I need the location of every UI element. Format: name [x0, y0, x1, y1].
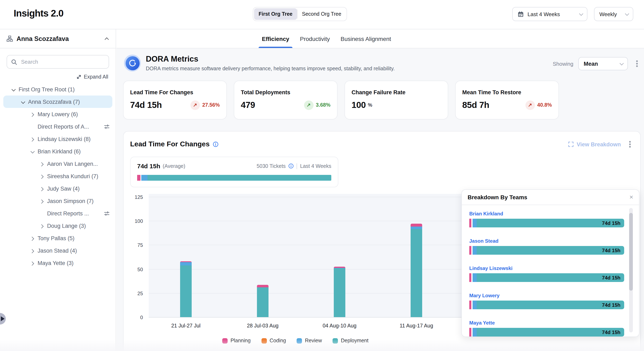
chevron-right-icon[interactable]: [29, 260, 34, 265]
stacked-bar[interactable]: [410, 224, 422, 317]
close-icon[interactable]: ×: [629, 194, 633, 200]
expand-all-label: Expand All: [84, 74, 108, 80]
dora-cycle-icon: [124, 55, 141, 72]
legend-item[interactable]: Deployment: [333, 338, 368, 343]
trend-up-arrow-icon: ↗: [190, 100, 200, 110]
team-link[interactable]: Lindsay Liszewski: [469, 265, 624, 271]
scrollbar-thumb[interactable]: [629, 213, 633, 291]
metric-value: 85d 7h: [462, 100, 489, 110]
chevron-down-icon[interactable]: [20, 99, 25, 104]
chevron-down-icon[interactable]: [29, 149, 34, 154]
bar-segment-review: [180, 262, 192, 266]
tree-item[interactable]: Direct Reports of A...: [3, 120, 112, 133]
tree-item[interactable]: Aaron Van Langen...: [3, 158, 112, 170]
expand-diagonal-icon: [76, 74, 82, 79]
legend-item[interactable]: Planning: [222, 338, 250, 343]
bar-segment-deployment: [410, 229, 422, 317]
team-link[interactable]: Jason Stead: [469, 238, 624, 244]
view-breakdown-label: View Breakdown: [577, 141, 621, 147]
search-input[interactable]: [20, 58, 104, 65]
average-value: 74d 15h: [137, 162, 160, 170]
metric-unit: %: [368, 102, 372, 108]
chevron-right-icon[interactable]: [29, 112, 34, 117]
stacked-bar[interactable]: [257, 285, 268, 317]
team-link[interactable]: Maya Yette: [469, 320, 624, 326]
bar-segment-review: [472, 219, 477, 227]
granularity-select[interactable]: Weekly: [594, 7, 633, 21]
tree-item[interactable]: Brian Kirkland (6): [3, 145, 112, 158]
date-range-select[interactable]: Last 4 Weeks: [512, 7, 588, 21]
tree-item-label: Lindsay Liszewski (8): [38, 136, 91, 142]
lead-time-menu-button[interactable]: [626, 138, 634, 151]
chevron-down-icon: [620, 61, 624, 65]
stacked-bar[interactable]: [180, 261, 192, 317]
tab-productivity[interactable]: Productivity: [300, 29, 330, 48]
team-link[interactable]: Mary Lowery: [469, 293, 624, 298]
tree-item[interactable]: Jason Simpson (7): [3, 195, 112, 207]
team-value: 74d 15h: [602, 302, 620, 308]
toggle-option[interactable]: Second Org Tree: [298, 8, 346, 20]
chevron-right-icon[interactable]: [29, 248, 34, 253]
tree-item[interactable]: Direct Reports ...: [3, 207, 112, 219]
tree-item[interactable]: Tony Pallas (5): [3, 232, 112, 244]
y-axis-tick: 125: [135, 194, 143, 200]
tree-item[interactable]: Anna Scozzafava (7): [3, 96, 112, 108]
panel-scrollbar[interactable]: [629, 208, 633, 332]
collapse-sidebar-icon[interactable]: [105, 38, 109, 42]
metric-title: Total Deployments: [241, 89, 330, 96]
legend-item[interactable]: Coding: [261, 338, 286, 343]
expand-all-button[interactable]: Expand All: [8, 74, 108, 80]
filter-sliders-icon[interactable]: [104, 124, 110, 129]
dora-menu-button[interactable]: [633, 57, 641, 70]
tree-item[interactable]: Maya Yette (3): [3, 257, 112, 269]
team-link[interactable]: Brian Kirkland: [469, 211, 624, 217]
metric-value: 100: [352, 100, 366, 110]
tree-item[interactable]: Doug Lange (3): [3, 219, 112, 232]
chevron-right-icon[interactable]: [29, 136, 34, 141]
bar-segment-deployment: 74d 15h: [477, 300, 624, 309]
bar-segment-deployment: [180, 266, 192, 317]
team-phase-bar[interactable]: 74d 15h: [469, 328, 624, 336]
view-breakdown-button[interactable]: View Breakdown: [568, 141, 621, 147]
metric-card: Lead Time For Changes74d 15h↗27.56%: [123, 81, 227, 120]
team-phase-bar[interactable]: 74d 15h: [469, 300, 624, 309]
tree-item[interactable]: Mary Lowery (6): [3, 108, 112, 120]
tickets-count: 5030 Tickets: [257, 163, 286, 169]
tree-item[interactable]: First Org Tree Root (1): [3, 83, 112, 96]
bar-segment-review: [472, 300, 477, 309]
stacked-bar[interactable]: [334, 267, 345, 317]
metric-card: Mean Time To Restore85d 7h↗40.8%: [455, 81, 559, 120]
legend-item[interactable]: Review: [297, 338, 322, 343]
lead-time-header: Lead Time For Changes View Breakdown: [130, 138, 634, 151]
tab-label: Business Alignment: [340, 35, 391, 42]
chevron-right-icon[interactable]: [39, 174, 44, 179]
info-icon[interactable]: [213, 141, 219, 147]
calendar-icon: [518, 11, 524, 17]
chevron-down-icon[interactable]: [10, 87, 15, 92]
chevron-right-icon[interactable]: [39, 223, 44, 228]
tree-item-label: Brian Kirkland (6): [38, 148, 81, 154]
toggle-option[interactable]: First Org Tree: [254, 8, 297, 20]
tree-item-label: Direct Reports ...: [47, 210, 89, 216]
chevron-right-icon[interactable]: [29, 236, 34, 241]
avg-segment-deployment: [148, 175, 331, 181]
filter-sliders-icon[interactable]: [104, 211, 110, 216]
tree-item[interactable]: Judy Saw (4): [3, 182, 112, 195]
team-phase-bar[interactable]: 74d 15h: [469, 219, 624, 227]
tree-item[interactable]: Lindsay Liszewski (8): [3, 133, 112, 145]
tree-item[interactable]: Sireesha Kunduri (7): [3, 170, 112, 182]
tab-business-alignment[interactable]: Business Alignment: [340, 29, 391, 48]
team-phase-bar[interactable]: 74d 15h: [469, 246, 624, 255]
tab-efficiency[interactable]: Efficiency: [262, 29, 289, 48]
gridline: [149, 317, 463, 317]
team-phase-bar[interactable]: 74d 15h: [469, 273, 624, 282]
chevron-right-icon[interactable]: [39, 161, 44, 166]
tree-item[interactable]: Jason Stead (4): [3, 244, 112, 257]
info-icon[interactable]: [288, 163, 294, 169]
tree-item-label: Mary Lowery (6): [38, 111, 78, 117]
bar-segment-deployment: 74d 15h: [477, 328, 624, 336]
chevron-right-icon[interactable]: [39, 198, 44, 203]
chevron-right-icon[interactable]: [39, 186, 44, 191]
aggregation-select[interactable]: Mean: [578, 57, 628, 70]
legend-swatch: [297, 338, 302, 343]
